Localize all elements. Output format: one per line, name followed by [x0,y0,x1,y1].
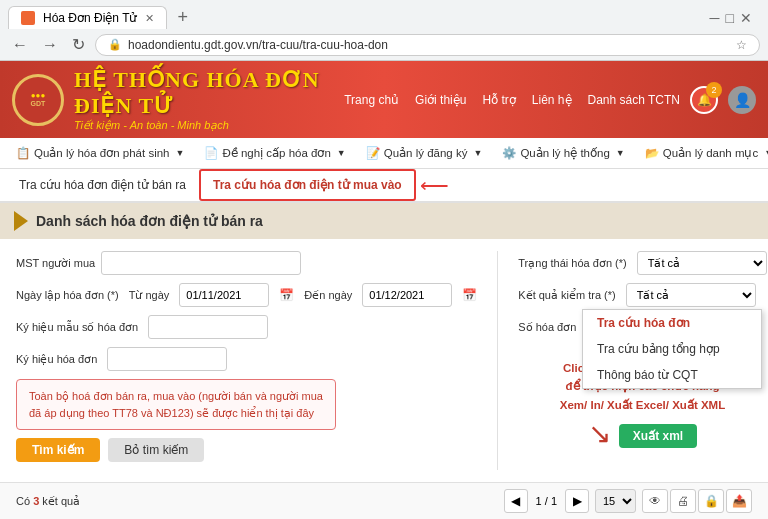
lock-icon-button[interactable]: 🔒 [698,489,724,513]
dropdown-thong-bao-tu-cqt[interactable]: Thông báo từ CQT [583,362,761,388]
nav-trang-chu[interactable]: Trang chủ [344,93,399,107]
view-icon-button[interactable]: 👁 [642,489,668,513]
caret-icon-4: ▼ [616,148,625,158]
pagination: ◀ 1 / 1 ▶ [504,489,589,513]
caret-icon-3: ▼ [473,148,482,158]
content-wrapper: Tra cứu hóa đơn điện tử bán ra Tra cứu h… [0,169,768,519]
result-count: Có 3 kết quả [16,495,80,508]
mst-input[interactable] [101,251,301,275]
register-icon: 📝 [366,146,380,160]
den-ngay-input[interactable] [362,283,452,307]
nav-quan-ly-hoa-don[interactable]: 📋 Quản lý hóa đơn phát sinh ▼ [6,138,194,168]
header-icons: 🔔 2 👤 [690,86,756,114]
result-bar: Có 3 kết quả ◀ 1 / 1 ▶ 15 25 50 👁 🖨 🔒 📤 [0,482,768,519]
url-box[interactable]: 🔒 hoadondientu.gdt.gov.vn/tra-cuu/tra-cu… [95,34,760,56]
new-tab-button[interactable]: + [171,7,194,28]
ket-qua-label: Kết quả kiểm tra (*) [518,289,615,302]
den-ngay-label: Đến ngày [304,289,352,302]
active-tab[interactable]: Hóa Đơn Điện Tử ✕ [8,6,167,29]
title-arrow-icon [14,211,28,231]
tab-bar: Hóa Đơn Điện Tử ✕ + ─ □ ✕ [0,0,768,29]
category-icon: 📂 [645,146,659,160]
header-nav: Trang chủ Giới thiệu Hỗ trợ Liên hệ Danh… [344,93,680,107]
notification-button[interactable]: 🔔 2 [690,86,718,114]
pagination-area: ◀ 1 / 1 ▶ 15 25 50 👁 🖨 🔒 📤 [504,489,752,513]
logo-text: ●●● GDT [31,91,46,109]
trang-thai-row: Trạng thái hóa đơn (*) Tất cả [518,251,766,275]
nav-danh-sach[interactable]: Danh sách TCTN [588,93,680,107]
clear-button[interactable]: Bỏ tìm kiếm [108,438,204,462]
ket-qua-select[interactable]: Tất cả [626,283,756,307]
tu-ngay-input[interactable] [179,283,269,307]
ky-hieu-hoa-don-row: Ký hiệu hóa đơn [16,347,477,371]
so-hoa-don-label: Số hóa đơn [518,321,576,334]
ket-qua-row: Kết quả kiểm tra (*) Tất cả [518,283,766,307]
nav-ho-tro[interactable]: Hỗ trợ [482,93,515,107]
main-nav: 📋 Quản lý hóa đơn phát sinh ▼ 📄 Đề nghị … [0,138,768,169]
restore-button[interactable]: □ [726,10,734,26]
sub-nav: Tra cứu hóa đơn điện tử bán ra Tra cứu h… [0,169,768,203]
request-icon: 📄 [204,146,218,160]
caret-icon-2: ▼ [337,148,346,158]
down-right-arrow-icon: ↘ [588,420,611,448]
tu-ngay-label: Từ ngày [129,289,170,302]
nav-lien-he[interactable]: Liên hệ [532,93,572,107]
notification-badge: 2 [706,82,722,98]
mst-row: MST người mua [16,251,477,275]
tab-favicon [21,11,35,25]
dropdown-menu: Tra cứu hóa đơn Tra cứu bảng tổng hợp Th… [582,309,762,389]
nav-quan-ly-he-thong[interactable]: ⚙️ Quản lý hệ thống ▼ [492,138,634,168]
nav-quan-ly-dang-ky[interactable]: 📝 Quản lý đăng ký ▼ [356,138,493,168]
url-text: hoadondientu.gdt.gov.vn/tra-cuu/tra-cuu-… [128,38,730,52]
trang-thai-label: Trạng thái hóa đơn (*) [518,257,626,270]
search-button[interactable]: Tìm kiếm [16,438,100,462]
dropdown-tra-cuu-hoa-don[interactable]: Tra cứu hóa đơn [583,310,761,336]
export-icon-button[interactable]: 📤 [726,489,752,513]
tu-ngay-calendar-icon[interactable]: 📅 [279,288,294,302]
back-button[interactable]: ← [8,34,32,56]
close-window-button[interactable]: ✕ [740,10,752,26]
page-title: Danh sách hóa đơn điện tử bán ra [36,213,263,229]
annotation-left: Toàn bộ hoá đơn bán ra, mua vào (người b… [16,379,336,430]
caret-icon: ▼ [175,148,184,158]
tab-close-button[interactable]: ✕ [145,12,154,25]
header-title-main: HỆ THỐNG HÓA ĐƠN ĐIỆN TỬ [74,67,334,119]
browser-chrome: Hóa Đơn Điện Tử ✕ + ─ □ ✕ ← → ↻ 🔒 hoadon… [0,0,768,61]
logo: ●●● GDT [12,74,64,126]
reload-button[interactable]: ↻ [68,33,89,56]
page-size-select[interactable]: 15 25 50 [595,489,636,513]
next-page-button[interactable]: ▶ [565,489,589,513]
mst-group: MST người mua [16,251,301,275]
date-row: Ngày lập hóa đơn (*) Từ ngày 📅 Đến ngày … [16,283,477,307]
ky-hieu-mau-label: Ký hiệu mẫu số hóa đơn [16,321,138,334]
caret-icon-5: ▼ [764,148,768,158]
ngay-lap-label: Ngày lập hóa đơn (*) [16,289,119,302]
trang-thai-select[interactable]: Tất cả [637,251,767,275]
prev-page-button[interactable]: ◀ [504,489,528,513]
tab-title: Hóa Đơn Điện Tử [43,11,137,25]
address-bar: ← → ↻ 🔒 hoadondientu.gdt.gov.vn/tra-cuu/… [0,29,768,60]
minimize-button[interactable]: ─ [710,10,720,26]
ky-hieu-mau-input[interactable] [148,315,268,339]
nav-gioi-thieu[interactable]: Giới thiệu [415,93,466,107]
page-title-bar: Danh sách hóa đơn điện tử bán ra [0,203,768,239]
nav-quan-ly-danh-muc[interactable]: 📂 Quản lý danh mục ▼ [635,138,768,168]
btn-row: Tìm kiếm Bỏ tìm kiếm [16,438,477,462]
dropdown-tra-cuu-bang-tong-hop[interactable]: Tra cứu bảng tổng hợp [583,336,761,362]
form-left: MST người mua Ngày lập hóa đơn (*) Từ ng… [16,251,477,470]
header-title: HỆ THỐNG HÓA ĐƠN ĐIỆN TỬ Tiết kiệm - An … [74,67,334,132]
print-icon-button[interactable]: 🖨 [670,489,696,513]
den-ngay-calendar-icon[interactable]: 📅 [462,288,477,302]
user-button[interactable]: 👤 [728,86,756,114]
bookmark-icon[interactable]: ☆ [736,38,747,52]
sub-nav-mua-vao[interactable]: Tra cứu hóa đơn điện tử mua vào [199,169,416,201]
nav-de-nghi-cap[interactable]: 📄 Đề nghị cấp hóa đơn ▼ [194,138,355,168]
lock-icon: 🔒 [108,38,122,51]
ky-hieu-hoa-don-input[interactable] [107,347,227,371]
ky-hieu-mau-row: Ký hiệu mẫu số hóa đơn [16,315,477,339]
action-icons: 👁 🖨 🔒 📤 [642,489,752,513]
export-button[interactable]: Xuất xml [619,424,697,448]
site-header: ●●● GDT HỆ THỐNG HÓA ĐƠN ĐIỆN TỬ Tiết ki… [0,61,768,138]
sub-nav-ban-ra[interactable]: Tra cứu hóa đơn điện tử bán ra [6,170,199,200]
forward-button[interactable]: → [38,34,62,56]
